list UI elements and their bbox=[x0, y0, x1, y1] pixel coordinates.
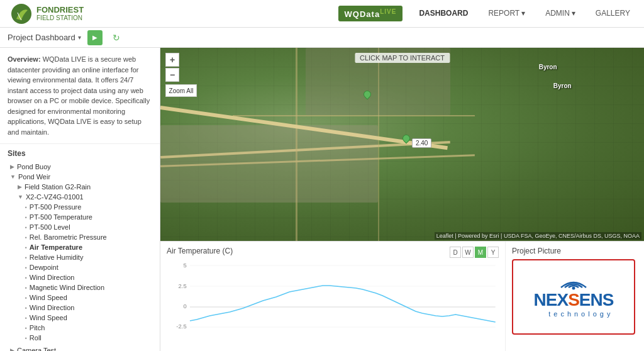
chevron-down-icon: ▼ bbox=[18, 194, 23, 200]
bullet-icon: ▪ bbox=[25, 325, 27, 331]
map-marker-2[interactable] bbox=[402, 135, 411, 146]
sites-section: Sites ▶ Pond Buoy ▼ Pond Weir ▶ Field St… bbox=[0, 144, 160, 351]
subheader: Project Dashboard ▾ ▶ ↻ bbox=[0, 28, 644, 48]
map-popup: 2.40 bbox=[412, 138, 431, 148]
tree-item-pt500-temp[interactable]: ▪ PT-500 Temperature bbox=[8, 212, 152, 222]
bullet-icon: ▪ bbox=[25, 315, 27, 321]
tree-item-wind-speed-2[interactable]: ▪ Wind Speed bbox=[8, 313, 152, 323]
bullet-icon: ▪ bbox=[25, 235, 27, 240]
tree-item-air-temp[interactable]: ▪ Air Temperature bbox=[8, 242, 152, 252]
bullet-icon: ▪ bbox=[25, 204, 27, 210]
tree-item-pt500-pressure[interactable]: ▪ PT-500 Pressure bbox=[8, 202, 152, 212]
overview-text: WQData LIVE is a secure web datacenter p… bbox=[8, 55, 150, 136]
tree-item-pond-buoy[interactable]: ▶ Pond Buoy bbox=[8, 162, 152, 172]
map-container[interactable]: Byron Byron + − Zoom All CLICK MAP TO IN… bbox=[160, 48, 644, 241]
chevron-down-icon: ▼ bbox=[10, 174, 16, 180]
chart-title: Air Temperature (C) bbox=[167, 247, 499, 255]
tree-item-wind-speed-1[interactable]: ▪ Wind Speed bbox=[8, 292, 152, 303]
tree-item-mag-wind-dir[interactable]: ▪ Magnetic Wind Direction bbox=[8, 282, 152, 292]
report-caret-icon: ▾ bbox=[521, 9, 525, 18]
bullet-icon: ▪ bbox=[25, 245, 27, 250]
chart-controls: D W M Y bbox=[450, 247, 499, 258]
nav-report[interactable]: REPORT ▾ bbox=[484, 6, 529, 20]
place-label-byron2: Byron bbox=[553, 82, 572, 89]
topbar: FONDRIEST FIELD STATION WQDataLIVE DASHB… bbox=[0, 0, 644, 28]
tree-item-field-station[interactable]: ▶ Field Station G2-Rain bbox=[8, 182, 152, 192]
nav-gallery[interactable]: GALLERY bbox=[592, 6, 634, 20]
zoom-in-button[interactable]: + bbox=[165, 53, 179, 67]
temperature-chart: 5 2.5 0 -2.5 bbox=[167, 258, 499, 340]
chevron-right-icon: ▶ bbox=[10, 164, 14, 170]
chart-btn-w[interactable]: W bbox=[462, 247, 474, 258]
bullet-icon: ▪ bbox=[25, 305, 27, 311]
nexsens-wifi-icon bbox=[534, 276, 614, 290]
admin-caret-icon: ▾ bbox=[572, 9, 575, 18]
tree-item-roll[interactable]: ▪ Roll bbox=[8, 333, 152, 343]
nexsens-logo: NEXSENS technology bbox=[534, 276, 614, 318]
nav-dashboard[interactable]: DASHBOARD bbox=[415, 6, 472, 20]
chart-panel: Air Temperature (C) D W M Y 5 2.5 0 -2.5 bbox=[160, 242, 506, 351]
project-picture-panel: Project Picture bbox=[506, 242, 644, 351]
logo-area: FONDRIEST FIELD STATION bbox=[10, 3, 84, 25]
chart-area: 5 2.5 0 -2.5 bbox=[167, 258, 499, 340]
zoom-all-button[interactable]: Zoom All bbox=[165, 84, 197, 97]
bullet-icon: ▪ bbox=[25, 265, 27, 270]
main-layout: Overview: WQData LIVE is a secure web da… bbox=[0, 48, 644, 351]
svg-text:0: 0 bbox=[183, 303, 186, 309]
tree-item-wind-dir-1[interactable]: ▪ Wind Direction bbox=[8, 272, 152, 282]
bullet-icon: ▪ bbox=[25, 285, 27, 291]
svg-point-10 bbox=[572, 287, 575, 290]
tree-item-camera-test[interactable]: ▶ Camera Test bbox=[8, 345, 152, 351]
nexsens-name: NEXSENS bbox=[534, 291, 614, 309]
nav-admin[interactable]: ADMIN ▾ bbox=[541, 6, 579, 20]
tree-item-pt500-level[interactable]: ▪ PT-500 Level bbox=[8, 222, 152, 232]
tree-item-wind-dir-2[interactable]: ▪ Wind Direction bbox=[8, 303, 152, 313]
svg-text:-2.5: -2.5 bbox=[176, 323, 186, 330]
bullet-icon: ▪ bbox=[25, 295, 27, 301]
right-area: Byron Byron + − Zoom All CLICK MAP TO IN… bbox=[160, 48, 644, 351]
project-title[interactable]: Project Dashboard ▾ bbox=[8, 33, 81, 42]
nexsens-logo-box: NEXSENS technology bbox=[512, 259, 635, 335]
svg-text:5: 5 bbox=[183, 262, 186, 269]
overview-box: Overview: WQData LIVE is a secure web da… bbox=[0, 48, 160, 144]
tree-item-pitch[interactable]: ▪ Pitch bbox=[8, 323, 152, 333]
nav-right: WQDataLIVE DASHBOARD REPORT ▾ ADMIN ▾ GA… bbox=[338, 6, 634, 21]
tree-item-rel-humidity[interactable]: ▪ Relative Humidity bbox=[8, 252, 152, 262]
sites-title: Sites bbox=[8, 149, 152, 158]
refresh-button[interactable]: ↻ bbox=[109, 30, 124, 45]
logo-text: FONDRIEST FIELD STATION bbox=[36, 6, 84, 21]
bullet-icon: ▪ bbox=[25, 275, 27, 281]
play-button[interactable]: ▶ bbox=[87, 30, 103, 45]
map-controls: + − Zoom All bbox=[165, 53, 197, 97]
bullet-icon: ▪ bbox=[25, 335, 27, 341]
chart-btn-m[interactable]: M bbox=[475, 247, 486, 258]
place-label-byron: Byron bbox=[539, 64, 557, 70]
map-attribution: Leaflet | Powered by Esri | USDA FSA, Ge… bbox=[435, 232, 641, 240]
project-picture-title: Project Picture bbox=[512, 247, 638, 255]
tree-item-pond-weir[interactable]: ▼ Pond Weir bbox=[8, 172, 152, 182]
sidebar: Overview: WQData LIVE is a secure web da… bbox=[0, 48, 160, 351]
wqdata-badge: WQDataLIVE bbox=[338, 6, 403, 21]
tree-item-dewpoint[interactable]: ▪ Dewpoint bbox=[8, 262, 152, 272]
zoom-out-button[interactable]: − bbox=[165, 68, 179, 82]
bullet-icon: ▪ bbox=[25, 255, 27, 260]
map-marker-1[interactable] bbox=[364, 91, 372, 102]
chart-btn-d[interactable]: D bbox=[450, 247, 461, 258]
bullet-icon: ▪ bbox=[25, 225, 27, 230]
tree-item-rel-baro[interactable]: ▪ Rel. Barometric Pressure bbox=[8, 232, 152, 242]
chevron-right-icon: ▶ bbox=[18, 184, 22, 190]
bottom-panels: Air Temperature (C) D W M Y 5 2.5 0 -2.5 bbox=[160, 241, 644, 351]
map-click-label[interactable]: CLICK MAP TO INTERACT bbox=[355, 53, 450, 63]
nexsens-sub: technology bbox=[534, 310, 614, 318]
overview-label: Overview: bbox=[8, 55, 41, 63]
bullet-icon: ▪ bbox=[25, 214, 27, 220]
svg-text:2.5: 2.5 bbox=[178, 283, 186, 289]
chart-btn-y[interactable]: Y bbox=[487, 247, 499, 258]
tree-item-x2c[interactable]: ▼ X2-C-VZ4G-01001 bbox=[8, 192, 152, 202]
project-title-caret-icon: ▾ bbox=[78, 34, 81, 41]
logo-icon bbox=[10, 3, 33, 25]
chevron-right-icon: ▶ bbox=[10, 347, 14, 351]
